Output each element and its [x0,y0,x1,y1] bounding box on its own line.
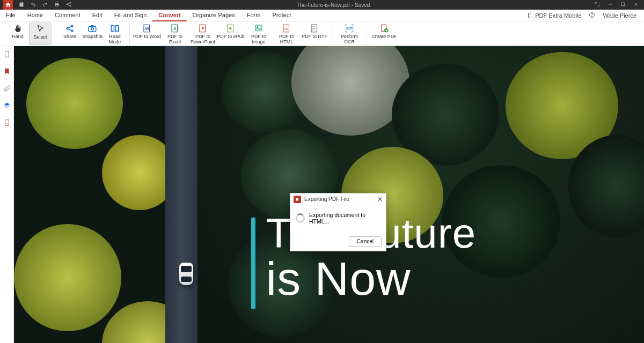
svg-text:P: P [201,26,204,31]
tab-protect[interactable]: Protect [266,10,297,21]
pdf-to-html-button[interactable]: </> PDF to HTML [273,23,301,45]
excel-icon: X [170,24,180,33]
ribbon: Hand Select Share Snapshot Read Mode W P… [0,21,644,46]
svg-rect-29 [255,25,262,31]
svg-rect-18 [89,26,96,32]
undo-icon[interactable] [30,1,36,9]
dialog-title: Exporting PDF File [304,196,377,202]
svg-rect-2 [56,2,58,4]
dialog-cancel-button[interactable]: Cancel [349,236,382,247]
minimize-icon[interactable] [608,2,613,8]
svg-point-5 [70,2,71,3]
bookmarks-panel-icon[interactable] [3,68,11,77]
svg-point-6 [70,5,71,6]
svg-point-16 [71,25,73,27]
word-icon: W [142,24,152,33]
svg-text:</>: </> [284,27,288,31]
maximize-icon[interactable] [620,2,626,8]
tab-organize-pages[interactable]: Organize Pages [187,10,241,21]
svg-point-17 [71,30,73,32]
image-icon [254,24,264,33]
share-button[interactable]: Share [58,23,81,45]
svg-rect-20 [91,25,94,26]
pdf-to-rtf-button[interactable]: PDF to RTF [301,23,328,45]
select-tool[interactable]: Select [29,23,52,45]
tab-comment[interactable]: Comment [49,10,86,21]
book-icon [110,24,120,33]
pages-panel-icon[interactable] [3,50,11,60]
pdf-to-epub-button[interactable]: PDF to ePub [217,23,245,45]
svg-rect-0 [20,2,22,3]
html-icon: </> [282,24,291,33]
tab-edit[interactable]: Edit [86,10,108,21]
window-title: The-Future-is-Now.pdf - Saved [72,2,595,8]
pdf-to-excel-button[interactable]: X PDF to Excel [161,23,189,45]
window-titlebar: The-Future-is-Now.pdf - Saved [0,0,644,10]
export-dialog: Exporting PDF File ✕ Exporting document … [290,193,386,251]
svg-point-4 [67,4,68,5]
tab-fill-and-sign[interactable]: Fill and Sign [108,10,153,21]
share-icon [65,24,75,33]
mobile-link[interactable]: PDF Extra Mobile [526,12,581,19]
create-pdf-icon [379,24,389,33]
pdf-to-word-button[interactable]: W PDF to Word [133,23,161,45]
left-sidebar [0,46,14,343]
camera-icon [87,24,97,33]
menu-bar: FileHomeCommentEditFill and SignConvertO… [0,10,644,21]
svg-text:OCR: OCR [346,27,353,30]
ppt-icon: P [198,24,208,33]
ocr-button[interactable]: OCR Perform OCR [335,23,363,45]
dialog-close-button[interactable]: ✕ [377,196,383,203]
svg-rect-8 [621,3,625,6]
tab-file[interactable]: File [0,10,21,21]
pdf-to-image-button[interactable]: PDF to Image [245,23,273,45]
snapshot-button[interactable]: Snapshot [81,23,104,45]
svg-point-15 [67,28,68,29]
car-graphic [179,263,193,285]
help-icon[interactable] [589,12,595,19]
print-icon[interactable] [54,1,60,9]
svg-rect-3 [56,5,58,6]
tab-convert[interactable]: Convert [152,10,187,21]
svg-text:W: W [145,26,149,31]
tab-home[interactable]: Home [21,10,49,21]
app-home-button[interactable] [3,0,13,10]
save-icon[interactable] [18,1,25,9]
mobile-link-label: PDF Extra Mobile [535,12,581,19]
layers-panel-icon[interactable] [3,102,11,111]
svg-rect-41 [5,120,9,126]
epub-icon [226,24,236,33]
user-name[interactable]: Wade Pierce [603,12,636,19]
share-titlebar-icon[interactable] [65,1,72,9]
app-logo-icon [294,196,301,203]
rtf-icon [310,24,319,33]
redo-icon[interactable] [42,1,48,9]
document-canvas[interactable]: ‹ › The Future is Now [14,46,644,343]
cursor-icon [35,24,45,34]
attachments-panel-icon[interactable] [3,85,11,94]
hand-icon [13,24,23,33]
svg-point-28 [229,27,232,30]
svg-rect-40 [5,51,9,57]
svg-text:X: X [173,26,176,31]
hand-tool[interactable]: Hand [6,23,29,45]
read-mode-button[interactable]: Read Mode [104,23,126,45]
tab-form[interactable]: Form [241,10,267,21]
close-icon[interactable] [633,2,639,8]
dialog-message: Exporting document to HTML... [309,212,380,225]
expand-icon[interactable] [595,2,600,8]
svg-point-19 [91,28,94,31]
create-pdf-button[interactable]: Create PDF [370,23,398,45]
signatures-panel-icon[interactable] [3,119,11,129]
svg-point-14 [592,16,592,17]
ocr-icon: OCR [345,24,354,33]
pdf-to-ppt-button[interactable]: P PDF to PowerPoint [189,23,217,45]
spinner-icon [296,213,305,223]
